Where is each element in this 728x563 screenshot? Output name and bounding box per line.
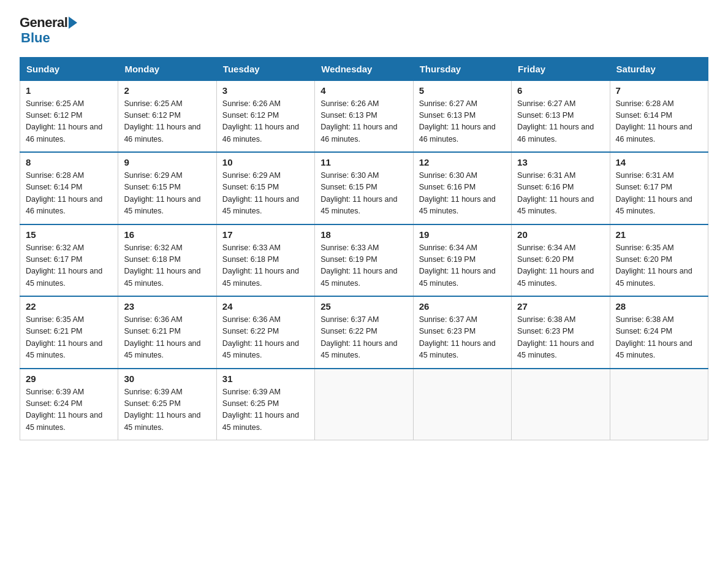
calendar-week-row: 1Sunrise: 6:25 AMSunset: 6:12 PMDaylight… [20,80,708,152]
day-number: 14 [616,157,702,167]
day-detail: Sunrise: 6:38 AMSunset: 6:24 PMDaylight:… [616,314,702,362]
day-detail: Sunrise: 6:33 AMSunset: 6:19 PMDaylight:… [320,242,407,290]
page-header: General Blue [20,15,708,46]
day-detail: Sunrise: 6:35 AMSunset: 6:20 PMDaylight:… [616,242,702,290]
day-detail: Sunrise: 6:32 AMSunset: 6:18 PMDaylight:… [124,242,210,290]
col-header-friday: Friday [512,57,610,80]
day-detail: Sunrise: 6:27 AMSunset: 6:13 PMDaylight:… [517,98,604,146]
day-detail: Sunrise: 6:25 AMSunset: 6:12 PMDaylight:… [26,98,112,146]
day-detail: Sunrise: 6:37 AMSunset: 6:23 PMDaylight:… [419,314,506,362]
calendar-table: SundayMondayTuesdayWednesdayThursdayFrid… [20,57,708,441]
calendar-day-cell: 17Sunrise: 6:33 AMSunset: 6:18 PMDayligh… [216,224,314,297]
day-detail: Sunrise: 6:26 AMSunset: 6:12 PMDaylight:… [222,98,309,146]
day-detail: Sunrise: 6:34 AMSunset: 6:20 PMDaylight:… [517,242,604,290]
calendar-day-cell: 8Sunrise: 6:28 AMSunset: 6:14 PMDaylight… [20,152,118,224]
col-header-wednesday: Wednesday [315,57,413,80]
day-detail: Sunrise: 6:35 AMSunset: 6:21 PMDaylight:… [26,314,112,362]
col-header-sunday: Sunday [20,57,118,80]
day-number: 27 [517,301,604,312]
calendar-day-cell: 18Sunrise: 6:33 AMSunset: 6:19 PMDayligh… [315,224,413,297]
day-number: 23 [124,301,210,312]
day-number: 5 [419,85,506,96]
day-detail: Sunrise: 6:34 AMSunset: 6:19 PMDaylight:… [419,242,506,290]
day-number: 28 [616,301,702,312]
calendar-day-cell [413,369,511,440]
day-detail: Sunrise: 6:39 AMSunset: 6:25 PMDaylight:… [124,386,210,434]
calendar-day-cell: 5Sunrise: 6:27 AMSunset: 6:13 PMDaylight… [413,80,511,152]
day-number: 11 [320,157,407,167]
calendar-day-cell: 22Sunrise: 6:35 AMSunset: 6:21 PMDayligh… [20,296,118,369]
day-detail: Sunrise: 6:33 AMSunset: 6:18 PMDaylight:… [222,242,309,290]
day-number: 7 [616,85,702,96]
day-number: 9 [124,157,210,167]
calendar-week-row: 29Sunrise: 6:39 AMSunset: 6:24 PMDayligh… [20,369,708,440]
day-number: 24 [222,301,309,312]
calendar-day-cell: 26Sunrise: 6:37 AMSunset: 6:23 PMDayligh… [413,296,511,369]
calendar-day-cell: 1Sunrise: 6:25 AMSunset: 6:12 PMDaylight… [20,80,118,152]
calendar-day-cell: 23Sunrise: 6:36 AMSunset: 6:21 PMDayligh… [118,296,216,369]
logo-blue: Blue [21,30,50,45]
day-number: 21 [616,229,702,240]
day-detail: Sunrise: 6:38 AMSunset: 6:23 PMDaylight:… [517,314,604,362]
day-number: 29 [26,373,112,384]
calendar-day-cell: 9Sunrise: 6:29 AMSunset: 6:15 PMDaylight… [118,152,216,224]
logo: General Blue [20,15,77,46]
day-number: 26 [419,301,506,312]
day-number: 1 [26,85,112,96]
day-number: 15 [26,229,112,240]
day-number: 10 [222,157,309,167]
calendar-day-cell: 28Sunrise: 6:38 AMSunset: 6:24 PMDayligh… [610,296,708,369]
day-number: 31 [222,373,309,384]
day-detail: Sunrise: 6:36 AMSunset: 6:22 PMDaylight:… [222,314,309,362]
day-detail: Sunrise: 6:39 AMSunset: 6:25 PMDaylight:… [222,386,309,434]
calendar-day-cell: 29Sunrise: 6:39 AMSunset: 6:24 PMDayligh… [20,369,118,440]
day-number: 19 [419,229,506,240]
calendar-day-cell: 10Sunrise: 6:29 AMSunset: 6:15 PMDayligh… [216,152,314,224]
calendar-day-cell: 12Sunrise: 6:30 AMSunset: 6:16 PMDayligh… [413,152,511,224]
calendar-day-cell: 24Sunrise: 6:36 AMSunset: 6:22 PMDayligh… [216,296,314,369]
calendar-day-cell: 13Sunrise: 6:31 AMSunset: 6:16 PMDayligh… [512,152,610,224]
calendar-day-cell: 19Sunrise: 6:34 AMSunset: 6:19 PMDayligh… [413,224,511,297]
calendar-day-cell: 2Sunrise: 6:25 AMSunset: 6:12 PMDaylight… [118,80,216,152]
day-number: 6 [517,85,604,96]
calendar-day-cell: 7Sunrise: 6:28 AMSunset: 6:14 PMDaylight… [610,80,708,152]
day-detail: Sunrise: 6:26 AMSunset: 6:13 PMDaylight:… [320,98,407,146]
day-detail: Sunrise: 6:28 AMSunset: 6:14 PMDaylight:… [616,98,702,146]
day-detail: Sunrise: 6:29 AMSunset: 6:15 PMDaylight:… [222,170,309,218]
calendar-day-cell: 31Sunrise: 6:39 AMSunset: 6:25 PMDayligh… [216,369,314,440]
calendar-week-row: 22Sunrise: 6:35 AMSunset: 6:21 PMDayligh… [20,296,708,369]
day-detail: Sunrise: 6:30 AMSunset: 6:15 PMDaylight:… [320,170,407,218]
day-number: 18 [320,229,407,240]
calendar-day-cell [512,369,610,440]
calendar-day-cell: 27Sunrise: 6:38 AMSunset: 6:23 PMDayligh… [512,296,610,369]
calendar-day-cell: 15Sunrise: 6:32 AMSunset: 6:17 PMDayligh… [20,224,118,297]
col-header-thursday: Thursday [413,57,511,80]
day-number: 25 [320,301,407,312]
day-number: 30 [124,373,210,384]
day-number: 12 [419,157,506,167]
calendar-week-row: 15Sunrise: 6:32 AMSunset: 6:17 PMDayligh… [20,224,708,297]
day-detail: Sunrise: 6:32 AMSunset: 6:17 PMDaylight:… [26,242,112,290]
day-number: 3 [222,85,309,96]
calendar-day-cell: 14Sunrise: 6:31 AMSunset: 6:17 PMDayligh… [610,152,708,224]
day-number: 20 [517,229,604,240]
calendar-day-cell: 16Sunrise: 6:32 AMSunset: 6:18 PMDayligh… [118,224,216,297]
day-number: 13 [517,157,604,167]
day-detail: Sunrise: 6:39 AMSunset: 6:24 PMDaylight:… [26,386,112,434]
logo-general: General [20,15,67,30]
day-number: 2 [124,85,210,96]
calendar-day-cell [315,369,413,440]
day-number: 16 [124,229,210,240]
day-detail: Sunrise: 6:36 AMSunset: 6:21 PMDaylight:… [124,314,210,362]
calendar-day-cell: 6Sunrise: 6:27 AMSunset: 6:13 PMDaylight… [512,80,610,152]
calendar-day-cell [610,369,708,440]
day-detail: Sunrise: 6:31 AMSunset: 6:17 PMDaylight:… [616,170,702,218]
day-detail: Sunrise: 6:30 AMSunset: 6:16 PMDaylight:… [419,170,506,218]
calendar-day-cell: 3Sunrise: 6:26 AMSunset: 6:12 PMDaylight… [216,80,314,152]
calendar-day-cell: 4Sunrise: 6:26 AMSunset: 6:13 PMDaylight… [315,80,413,152]
calendar-day-cell: 21Sunrise: 6:35 AMSunset: 6:20 PMDayligh… [610,224,708,297]
calendar-day-cell: 30Sunrise: 6:39 AMSunset: 6:25 PMDayligh… [118,369,216,440]
logo-triangle-icon [69,17,77,29]
col-header-monday: Monday [118,57,216,80]
day-number: 22 [26,301,112,312]
